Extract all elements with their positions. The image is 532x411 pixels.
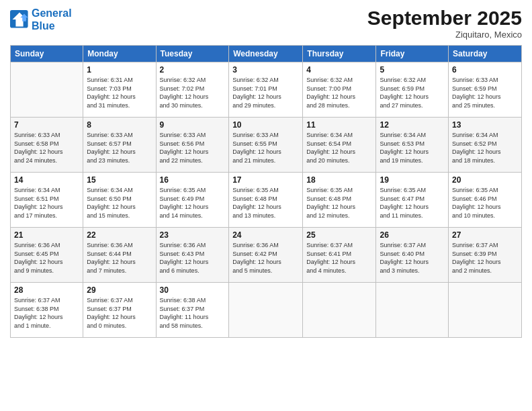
day-info: Sunrise: 6:37 AM Sunset: 6:39 PM Dayligh…: [452, 241, 518, 275]
calendar-cell: [11, 62, 83, 118]
day-info: Sunrise: 6:38 AM Sunset: 6:37 PM Dayligh…: [160, 296, 226, 330]
day-number: 25: [306, 230, 372, 240]
calendar-cell: 6Sunrise: 6:33 AM Sunset: 6:59 PM Daylig…: [449, 62, 522, 118]
calendar-cell: 21Sunrise: 6:36 AM Sunset: 6:45 PM Dayli…: [11, 228, 83, 283]
calendar-cell: 12Sunrise: 6:34 AM Sunset: 6:53 PM Dayli…: [376, 118, 449, 173]
day-number: 28: [14, 285, 79, 295]
day-info: Sunrise: 6:35 AM Sunset: 6:48 PM Dayligh…: [306, 186, 372, 220]
day-info: Sunrise: 6:37 AM Sunset: 6:38 PM Dayligh…: [14, 296, 79, 330]
day-info: Sunrise: 6:32 AM Sunset: 7:00 PM Dayligh…: [306, 76, 372, 109]
day-number: 9: [160, 120, 226, 130]
header-friday: Friday: [376, 46, 449, 62]
day-number: 7: [14, 120, 79, 130]
day-info: Sunrise: 6:31 AM Sunset: 7:03 PM Dayligh…: [87, 76, 152, 109]
day-info: Sunrise: 6:34 AM Sunset: 6:53 PM Dayligh…: [380, 131, 445, 165]
day-number: 23: [160, 230, 226, 240]
calendar-cell: 13Sunrise: 6:34 AM Sunset: 6:52 PM Dayli…: [449, 118, 522, 173]
day-info: Sunrise: 6:35 AM Sunset: 6:49 PM Dayligh…: [160, 186, 226, 220]
day-number: 18: [306, 175, 372, 185]
day-info: Sunrise: 6:35 AM Sunset: 6:46 PM Dayligh…: [452, 186, 518, 220]
day-info: Sunrise: 6:36 AM Sunset: 6:42 PM Dayligh…: [232, 241, 299, 275]
calendar-cell: 7Sunrise: 6:33 AM Sunset: 6:58 PM Daylig…: [11, 118, 83, 173]
day-number: 1: [87, 65, 152, 75]
header-tuesday: Tuesday: [156, 46, 229, 62]
calendar-cell: 5Sunrise: 6:32 AM Sunset: 6:59 PM Daylig…: [376, 62, 449, 118]
day-number: 2: [160, 65, 226, 75]
day-info: Sunrise: 6:34 AM Sunset: 6:50 PM Dayligh…: [87, 186, 152, 220]
day-number: 12: [380, 120, 445, 130]
day-info: Sunrise: 6:32 AM Sunset: 6:59 PM Dayligh…: [380, 76, 445, 109]
calendar-cell: 25Sunrise: 6:37 AM Sunset: 6:41 PM Dayli…: [303, 228, 376, 283]
title-block: September 2025 Ziquitaro, Mexico: [367, 7, 522, 40]
day-number: 6: [452, 65, 518, 75]
calendar-cell: 15Sunrise: 6:34 AM Sunset: 6:50 PM Dayli…: [83, 173, 156, 228]
day-info: Sunrise: 6:33 AM Sunset: 6:59 PM Dayligh…: [452, 76, 518, 109]
day-info: Sunrise: 6:34 AM Sunset: 6:51 PM Dayligh…: [14, 186, 79, 220]
calendar-cell: [229, 283, 303, 338]
day-info: Sunrise: 6:35 AM Sunset: 6:48 PM Dayligh…: [232, 186, 299, 220]
calendar-cell: 20Sunrise: 6:35 AM Sunset: 6:46 PM Dayli…: [449, 173, 522, 228]
calendar-cell: 14Sunrise: 6:34 AM Sunset: 6:51 PM Dayli…: [11, 173, 83, 228]
calendar-cell: 10Sunrise: 6:33 AM Sunset: 6:55 PM Dayli…: [229, 118, 303, 173]
day-number: 29: [87, 285, 152, 295]
day-number: 21: [14, 230, 79, 240]
day-info: Sunrise: 6:35 AM Sunset: 6:47 PM Dayligh…: [380, 186, 445, 220]
day-number: 19: [380, 175, 445, 185]
day-number: 15: [87, 175, 152, 185]
day-number: 30: [160, 285, 226, 295]
day-number: 5: [380, 65, 445, 75]
calendar-cell: 18Sunrise: 6:35 AM Sunset: 6:48 PM Dayli…: [303, 173, 376, 228]
day-info: Sunrise: 6:37 AM Sunset: 6:37 PM Dayligh…: [87, 296, 152, 330]
day-number: 27: [452, 230, 518, 240]
calendar-cell: 27Sunrise: 6:37 AM Sunset: 6:39 PM Dayli…: [449, 228, 522, 283]
calendar-cell: [303, 283, 376, 338]
day-number: 16: [160, 175, 226, 185]
day-info: Sunrise: 6:36 AM Sunset: 6:44 PM Dayligh…: [87, 241, 152, 275]
calendar-cell: 22Sunrise: 6:36 AM Sunset: 6:44 PM Dayli…: [83, 228, 156, 283]
calendar-table: SundayMondayTuesdayWednesdayThursdayFrid…: [10, 45, 522, 338]
week-row-3: 21Sunrise: 6:36 AM Sunset: 6:45 PM Dayli…: [11, 228, 522, 283]
week-row-1: 7Sunrise: 6:33 AM Sunset: 6:58 PM Daylig…: [11, 118, 522, 173]
calendar-cell: 28Sunrise: 6:37 AM Sunset: 6:38 PM Dayli…: [11, 283, 83, 338]
day-number: 26: [380, 230, 445, 240]
header-saturday: Saturday: [449, 46, 522, 62]
day-info: Sunrise: 6:34 AM Sunset: 6:54 PM Dayligh…: [306, 131, 372, 165]
day-number: 14: [14, 175, 79, 185]
day-info: Sunrise: 6:34 AM Sunset: 6:52 PM Dayligh…: [452, 131, 518, 165]
header-sunday: Sunday: [11, 46, 83, 62]
day-info: Sunrise: 6:33 AM Sunset: 6:58 PM Dayligh…: [14, 131, 79, 165]
logo-text-block: General Blue: [32, 7, 72, 32]
day-number: 10: [232, 120, 299, 130]
day-info: Sunrise: 6:37 AM Sunset: 6:40 PM Dayligh…: [380, 241, 445, 275]
calendar-cell: 30Sunrise: 6:38 AM Sunset: 6:37 PM Dayli…: [156, 283, 229, 338]
logo-icon: [10, 10, 29, 29]
day-number: 24: [232, 230, 299, 240]
calendar-cell: 1Sunrise: 6:31 AM Sunset: 7:03 PM Daylig…: [83, 62, 156, 118]
day-info: Sunrise: 6:32 AM Sunset: 7:01 PM Dayligh…: [232, 76, 299, 109]
header-row: SundayMondayTuesdayWednesdayThursdayFrid…: [11, 46, 522, 62]
calendar-cell: 16Sunrise: 6:35 AM Sunset: 6:49 PM Dayli…: [156, 173, 229, 228]
week-row-0: 1Sunrise: 6:31 AM Sunset: 7:03 PM Daylig…: [11, 62, 522, 118]
calendar-cell: 29Sunrise: 6:37 AM Sunset: 6:37 PM Dayli…: [83, 283, 156, 338]
calendar-cell: 19Sunrise: 6:35 AM Sunset: 6:47 PM Dayli…: [376, 173, 449, 228]
page-header: General Blue September 2025 Ziquitaro, M…: [10, 7, 522, 40]
calendar-cell: 26Sunrise: 6:37 AM Sunset: 6:40 PM Dayli…: [376, 228, 449, 283]
calendar-cell: 24Sunrise: 6:36 AM Sunset: 6:42 PM Dayli…: [229, 228, 303, 283]
calendar-cell: 17Sunrise: 6:35 AM Sunset: 6:48 PM Dayli…: [229, 173, 303, 228]
day-number: 13: [452, 120, 518, 130]
day-number: 11: [306, 120, 372, 130]
day-info: Sunrise: 6:36 AM Sunset: 6:45 PM Dayligh…: [14, 241, 79, 275]
day-info: Sunrise: 6:32 AM Sunset: 7:02 PM Dayligh…: [160, 76, 226, 109]
day-info: Sunrise: 6:37 AM Sunset: 6:41 PM Dayligh…: [306, 241, 372, 275]
header-monday: Monday: [83, 46, 156, 62]
header-wednesday: Wednesday: [229, 46, 303, 62]
calendar-cell: 8Sunrise: 6:33 AM Sunset: 6:57 PM Daylig…: [83, 118, 156, 173]
logo-line2: Blue: [32, 19, 72, 32]
calendar-cell: 11Sunrise: 6:34 AM Sunset: 6:54 PM Dayli…: [303, 118, 376, 173]
day-number: 8: [87, 120, 152, 130]
calendar-cell: 2Sunrise: 6:32 AM Sunset: 7:02 PM Daylig…: [156, 62, 229, 118]
calendar-cell: 4Sunrise: 6:32 AM Sunset: 7:00 PM Daylig…: [303, 62, 376, 118]
day-info: Sunrise: 6:33 AM Sunset: 6:56 PM Dayligh…: [160, 131, 226, 165]
calendar-cell: [449, 283, 522, 338]
location-subtitle: Ziquitaro, Mexico: [367, 30, 522, 40]
